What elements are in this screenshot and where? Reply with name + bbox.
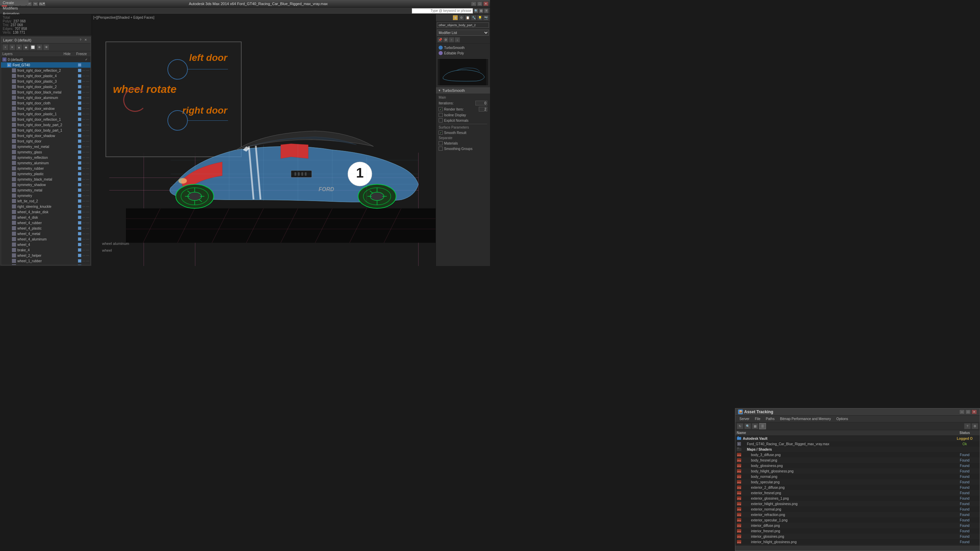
layer-item-20[interactable]: symmetry_rubber— —	[1, 166, 91, 171]
modifier-turbosmooth[interactable]: TurboSmooth	[437, 45, 488, 50]
layer-item-9[interactable]: front_right_door_window— —	[1, 106, 91, 111]
smooth-result-checkbox[interactable]: ✓	[439, 130, 443, 135]
layer-item-15[interactable]: front_right_door— —	[1, 138, 91, 144]
layer-item-14[interactable]: front_right_door_shadow— —	[1, 133, 91, 138]
layer-icon-36	[12, 253, 16, 257]
layer-item-10[interactable]: front_right_door_plastic_1— —	[1, 111, 91, 117]
layer-item-29[interactable]: wheel_4_disk— —	[1, 214, 91, 220]
layer-add-btn[interactable]: ▲	[16, 44, 22, 50]
modifier-editable-poly[interactable]: Editable Poly	[437, 50, 488, 56]
layer-item-30[interactable]: wheel_4_rubber— —	[1, 220, 91, 225]
layer-item-4[interactable]: front_right_door_plastic_3— —	[1, 79, 91, 84]
right-icon-6[interactable]: 📷	[483, 15, 488, 21]
layer-item-31[interactable]: wheel_4_plastic— —	[1, 225, 91, 231]
right-icon-4[interactable]: 🔧	[471, 15, 476, 21]
modifier-preview	[437, 59, 488, 86]
iterations-input[interactable]	[476, 101, 487, 105]
modifier-list-dropdown[interactable]: Modifier List	[437, 30, 489, 36]
layer-item-13[interactable]: front_right_door_body_part_1— —	[1, 127, 91, 133]
layer-item-25[interactable]: symmetry— —	[1, 193, 91, 198]
workspace-dropdown[interactable]: Autodesk 3ds Max 2014 x64 Ford_GT40_Raci…	[39, 2, 46, 6]
turbosmooth-header[interactable]: ▼ TurboSmooth	[436, 87, 490, 94]
layer-freeze-all-btn[interactable]: ❄	[37, 44, 43, 50]
mod-config-btn[interactable]: ⚙	[443, 37, 449, 43]
layer-icon-4	[12, 79, 16, 83]
layer-dots-17: — —	[82, 150, 89, 154]
right-icon-1[interactable]: ◆	[453, 15, 458, 21]
layer-item-23[interactable]: symmetry_shadow— —	[1, 182, 91, 187]
layer-item-18[interactable]: symmetry_reflection— —	[1, 155, 91, 160]
right-icon-3[interactable]: 📋	[465, 15, 470, 21]
right-icon-5[interactable]: 💡	[477, 15, 482, 21]
search-icons: 🔍 ⚙ ?	[474, 8, 488, 13]
layer-delete-btn[interactable]: ✕	[9, 44, 15, 50]
tris-label: Tris:	[3, 23, 9, 27]
layer-item-34[interactable]: wheel_4— —	[1, 242, 91, 247]
layer-item-36[interactable]: wheel_2_helper— —	[1, 253, 91, 258]
help-btn[interactable]: ?	[484, 8, 488, 13]
layer-icon-26	[12, 199, 16, 203]
layer-item-21[interactable]: symmetry_plastic— —	[1, 171, 91, 176]
layer-item-38[interactable]: wheel_1_plastic— —	[1, 264, 91, 265]
layer-dots-24: — —	[82, 189, 89, 192]
close-btn[interactable]: ✕	[483, 2, 488, 6]
menu-item-modifiers[interactable]: Modifiers	[0, 5, 29, 11]
layer-item-0[interactable]: 00 (default)✓	[1, 57, 91, 62]
layer-dots-1: — —	[82, 63, 89, 67]
minimize-btn[interactable]: −	[471, 2, 476, 6]
search-btn[interactable]: 🔍	[474, 8, 479, 13]
search-input[interactable]	[412, 8, 473, 14]
layer-list[interactable]: 00 (default)✓▶Ford_GT40— —front_right_do…	[1, 57, 91, 265]
layer-item-37[interactable]: wheel_1_rubber— —	[1, 258, 91, 264]
layer-item-24[interactable]: symmetry_metal— —	[1, 187, 91, 193]
materials-checkbox[interactable]	[439, 141, 443, 145]
layer-check-0: ✓	[85, 58, 89, 61]
layer-close-btn[interactable]: ✕	[84, 38, 89, 42]
layer-item-12[interactable]: front_right_door_body_part_2— —	[1, 122, 91, 127]
layer-item-26[interactable]: left_tie_rod_2— —	[1, 198, 91, 204]
layer-item-11[interactable]: front_right_door_reflection_1— —	[1, 117, 91, 122]
render-iters-input[interactable]	[479, 107, 487, 111]
mod-down-btn[interactable]: ↓	[455, 37, 460, 43]
iterations-row: Iterations:	[439, 101, 487, 105]
smoothing-groups-checkbox[interactable]	[439, 147, 443, 151]
layer-item-19[interactable]: symmetry_aluminum— —	[1, 160, 91, 166]
layer-item-1[interactable]: ▶Ford_GT40— —	[1, 62, 91, 68]
turbosmooth-section-title: TurboSmooth	[442, 89, 465, 92]
layer-color-27	[78, 205, 81, 208]
layer-dots-20: — —	[82, 167, 89, 170]
layer-item-6[interactable]: front_right_door_black_metal— —	[1, 89, 91, 95]
layer-item-22[interactable]: symmetry_black_metal— —	[1, 176, 91, 182]
layer-item-17[interactable]: symmetry_glass— —	[1, 149, 91, 155]
maximize-btn[interactable]: □	[477, 2, 482, 6]
search-options-btn[interactable]: ⚙	[479, 8, 484, 13]
layer-item-2[interactable]: front_right_door_reflection_2— —	[1, 68, 91, 73]
layer-item-35[interactable]: brake_4— —	[1, 247, 91, 253]
redo-btn[interactable]: ↪	[33, 2, 38, 6]
layer-select-btn[interactable]: ◆	[23, 44, 29, 50]
menu-item-create[interactable]: Create	[0, 0, 29, 5]
layer-hide-all-btn[interactable]: 👁	[43, 44, 49, 50]
layer-item-16[interactable]: symmetry_red_metal— —	[1, 144, 91, 149]
layer-item-27[interactable]: right_steering_knuckle— —	[1, 204, 91, 209]
layer-item-32[interactable]: wheel_4_metal— —	[1, 231, 91, 237]
viewport-area[interactable]: [+][Perspective][Shaded + Edged Faces] l…	[92, 14, 436, 266]
layer-item-8[interactable]: front_right_door_cloth— —	[1, 100, 91, 106]
layer-highlight-btn[interactable]: ⬜	[30, 44, 36, 50]
layer-item-3[interactable]: front_right_door_plastic_4— —	[1, 73, 91, 79]
explicit-normals-checkbox[interactable]	[439, 118, 443, 122]
layer-item-5[interactable]: front_right_door_plastic_2— —	[1, 84, 91, 89]
layer-item-28[interactable]: wheel_4_brake_disk— —	[1, 209, 91, 214]
layer-item-7[interactable]: front_right_door_aluminum— —	[1, 95, 91, 100]
object-name-field[interactable]: other_objects_body_part_2	[437, 22, 489, 28]
layer-dots-27: — —	[82, 205, 89, 208]
right-panel: ◆ ⚙ 📋 🔧 💡 📷 other_objects_body_part_2 Mo…	[436, 14, 490, 266]
isoline-checkbox[interactable]	[439, 113, 443, 117]
layer-help-btn[interactable]: ?	[80, 38, 84, 42]
render-iters-checkbox[interactable]: ✓	[439, 107, 443, 111]
layer-new-btn[interactable]: +	[2, 44, 8, 50]
mod-up-btn[interactable]: ↑	[449, 37, 454, 43]
mod-pin-btn[interactable]: 📌	[437, 37, 443, 43]
right-icon-2[interactable]: ⚙	[459, 15, 464, 21]
layer-item-33[interactable]: wheel_4_aluminum— —	[1, 237, 91, 242]
